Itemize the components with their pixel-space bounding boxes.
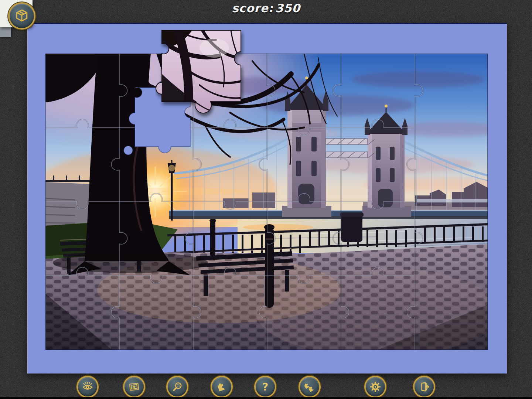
exit-door-icon	[419, 381, 430, 392]
toolbar-button-zoom[interactable]	[168, 377, 187, 396]
question-mark-icon: ?	[260, 381, 271, 392]
toolbar-button-settings[interactable]	[366, 377, 385, 396]
cube-box-icon	[14, 8, 30, 24]
toolbar-button-image-settings[interactable]	[125, 377, 144, 396]
puzzle-image[interactable]	[45, 54, 488, 350]
magnifier-icon	[172, 381, 183, 392]
eye-icon	[82, 381, 93, 392]
toolbar-button-help[interactable]: ?	[256, 377, 275, 396]
puzzle-piece-icon	[216, 381, 227, 392]
game-screen: score: 350	[0, 0, 532, 399]
loose-puzzle-piece[interactable]	[155, 26, 253, 133]
bottom-edge	[0, 397, 532, 399]
toolbar-button-sort-pieces[interactable]	[212, 377, 231, 396]
menu-box-button[interactable]	[10, 4, 34, 28]
toolbar-button-preview[interactable]	[78, 377, 97, 396]
gear-icon	[370, 381, 381, 392]
puzzle-pieces-icon	[304, 381, 315, 392]
picture-settings-icon	[129, 381, 140, 392]
page-corner-shadow	[0, 27, 11, 37]
toolbar-button-arrange-pieces[interactable]	[300, 377, 319, 396]
score-label: score:	[232, 1, 273, 15]
toolbar-button-exit[interactable]	[415, 377, 434, 396]
svg-text:?: ?	[262, 381, 268, 392]
score-bar: score: 350	[0, 1, 532, 15]
score-value: 350	[275, 1, 300, 15]
